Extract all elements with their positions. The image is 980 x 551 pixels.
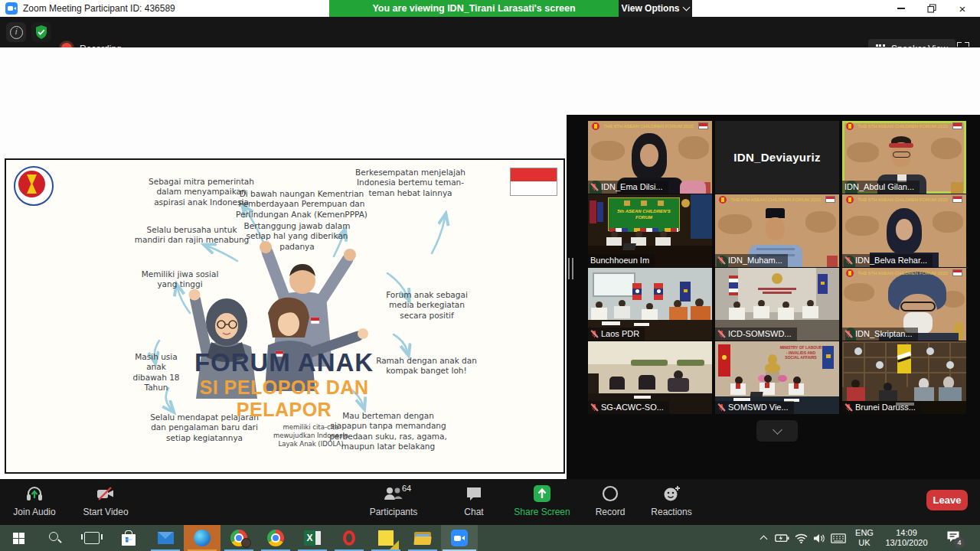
participant-name: SG-ACWC-SO...	[601, 403, 664, 412]
join-audio-button[interactable]: Join Audio	[0, 483, 69, 517]
taskbar-search-button[interactable]	[37, 525, 74, 551]
windows-logo-icon	[13, 533, 24, 544]
touch-keyboard-icon[interactable]	[828, 525, 848, 551]
microsoft-store-button[interactable]	[110, 525, 147, 551]
chevron-down-icon	[683, 4, 691, 11]
video-tile-brunei[interactable]: Brunei Daruss...	[842, 341, 966, 414]
video-tile-sg-acwc[interactable]: SG-ACWC-SO...	[588, 341, 712, 414]
start-video-button[interactable]: Start Video	[71, 483, 140, 517]
region-code: UK	[855, 538, 874, 548]
zoom-taskbar-button[interactable]	[441, 525, 478, 551]
reactions-label: Reactions	[637, 507, 706, 517]
chrome-browser-button[interactable]	[257, 525, 294, 551]
mic-muted-icon	[717, 256, 726, 265]
participant-name: Brunei Daruss...	[855, 403, 916, 412]
meeting-info-button[interactable]: i	[6, 22, 26, 42]
participant-name: ICD-SOMSWD...	[728, 329, 792, 338]
strip-resize-handle[interactable]	[568, 258, 574, 279]
mic-muted-icon	[717, 403, 726, 412]
battery-icon[interactable]	[772, 525, 792, 551]
window-title: Zoom Meeting Participant ID: 436589	[23, 3, 175, 14]
thailand-flag-icon	[729, 276, 738, 295]
participant-name: IDN_Belva Rehar...	[855, 256, 927, 265]
mic-muted-icon	[590, 183, 599, 191]
zoom-camera-icon	[451, 530, 468, 546]
participants-label: Participants	[359, 507, 428, 517]
video-tile-muham[interactable]: THE 6TH ASEAN CHILDREN FORUM 2020 IDN_Mu…	[715, 194, 839, 267]
video-tile-abdul-active-speaker[interactable]: THE 6TH ASEAN CHILDREN FORUM 2020 IDN_Ab…	[842, 121, 966, 194]
opera-browser-button[interactable]	[331, 525, 368, 551]
share-screen-icon	[532, 484, 552, 504]
viewing-screen-banner: You are viewing IDN_Tirani Larasati's sc…	[329, 0, 619, 17]
participant-name: Bunchhoeun Im	[590, 256, 649, 265]
volume-icon[interactable]	[810, 525, 828, 551]
view-options-button[interactable]: View Options	[619, 0, 692, 17]
edge-browser-button[interactable]	[184, 525, 220, 551]
si-pelopor-subtitle: SI PELOPOR DAN PELAPOR	[165, 377, 403, 421]
leave-button[interactable]: Leave	[926, 490, 968, 510]
tile-banner-text: THE 6TH ASEAN CHILDREN FORUM 2020	[599, 124, 698, 129]
file-explorer-button[interactable]	[404, 525, 441, 551]
indonesia-flag-icon	[825, 196, 835, 203]
info-icon: i	[10, 26, 23, 39]
reactions-button[interactable]: Reactions	[637, 483, 706, 517]
tile-banner-text: THE 6TH ASEAN CHILDREN FORUM 2020	[853, 271, 952, 276]
notification-count-badge: 4	[954, 537, 965, 548]
video-tile-belva[interactable]: THE 6TH ASEAN CHILDREN FORUM 2020 IDN_Be…	[842, 194, 966, 267]
video-tile-bunchhoeun[interactable]: 5th ASEAN CHILDREN'S FORUM Bunchhoeun Im	[588, 194, 712, 267]
tile-banner-text: THE 6TH ASEAN CHILDREN FORUM 2020	[853, 124, 952, 129]
mic-muted-icon	[844, 403, 853, 412]
participant-name: IDN_Skriptan...	[855, 329, 913, 338]
chrome-icon	[267, 530, 284, 546]
record-button[interactable]: Record	[576, 483, 645, 517]
tray-show-hidden-icons[interactable]	[755, 525, 772, 551]
share-screen-button[interactable]: Share Screen	[508, 483, 577, 517]
collapse-video-strip-button[interactable]	[756, 420, 798, 442]
video-tile-deviayuriz[interactable]: IDN_Deviayuriz	[715, 121, 839, 194]
headset-icon	[24, 484, 44, 504]
title-bar: Zoom Meeting Participant ID: 436589 You …	[0, 0, 980, 17]
video-tile-skriptan[interactable]: THE 6TH ASEAN CHILDREN FORUM 2020 IDN_Sk…	[842, 268, 966, 341]
record-label: Record	[576, 507, 645, 517]
infographic-note: Bertanggung jawab dalam setiap hal yang …	[240, 221, 354, 252]
infographic-title: FORUM ANAK SI PELOPOR DAN PELAPOR	[165, 348, 403, 421]
minimize-button[interactable]	[886, 0, 916, 17]
taskbar-date: 13/10/2020	[885, 538, 927, 548]
participant-name: IDN_Muham...	[728, 256, 782, 265]
excel-app-button[interactable]: X	[294, 525, 331, 551]
profile-badge-icon	[241, 538, 251, 548]
sticky-notes-button[interactable]	[368, 525, 404, 551]
close-button[interactable]: ×	[947, 0, 978, 17]
indonesia-flag	[510, 168, 557, 196]
chrome-profile-button[interactable]	[220, 525, 257, 551]
shield-check-icon	[34, 24, 49, 40]
video-tile-ema[interactable]: THE 6TH ASEAN CHILDREN FORUM 2020 IDN_Em…	[588, 121, 712, 194]
mic-muted-icon	[844, 330, 853, 338]
language-indicator[interactable]: ENGUK	[850, 525, 879, 551]
excel-icon: X	[304, 530, 321, 546]
department-emblem-icon	[772, 273, 782, 284]
mail-envelope-icon	[158, 532, 174, 544]
vietnam-flag-icon	[718, 344, 730, 377]
video-tile-laos[interactable]: Laos PDR	[588, 268, 712, 341]
restore-button[interactable]	[916, 0, 947, 17]
security-button[interactable]	[31, 22, 51, 42]
sticky-note-icon	[378, 530, 394, 546]
action-center-button[interactable]: 4	[940, 525, 966, 551]
task-view-button[interactable]	[74, 525, 110, 551]
folder-icon	[414, 532, 431, 545]
participant-name: IDN_Abdul Gilan...	[844, 182, 914, 191]
video-tile-somswd-vietnam[interactable]: MINISTRY OF LABOUR - INVALIDS AND SOCIAL…	[715, 341, 839, 414]
clock-indicator[interactable]: 14:0913/10/2020	[879, 525, 934, 551]
start-button[interactable]	[0, 525, 37, 551]
video-tile-icd-somswd[interactable]: ICD-SOMSWD...	[715, 268, 839, 341]
mic-muted-icon	[844, 256, 853, 265]
chat-button[interactable]: Chat	[447, 483, 501, 517]
meeting-toolbar: i Recording Speaker View	[0, 17, 980, 47]
participants-button[interactable]: 64 Participants	[359, 483, 428, 517]
mail-app-button[interactable]	[147, 525, 184, 551]
mic-muted-icon	[590, 330, 599, 338]
infographic-note: Berkesempatan menjelajah Indonesia berte…	[349, 168, 472, 198]
wifi-icon[interactable]	[792, 525, 810, 551]
minimize-icon	[897, 8, 905, 9]
